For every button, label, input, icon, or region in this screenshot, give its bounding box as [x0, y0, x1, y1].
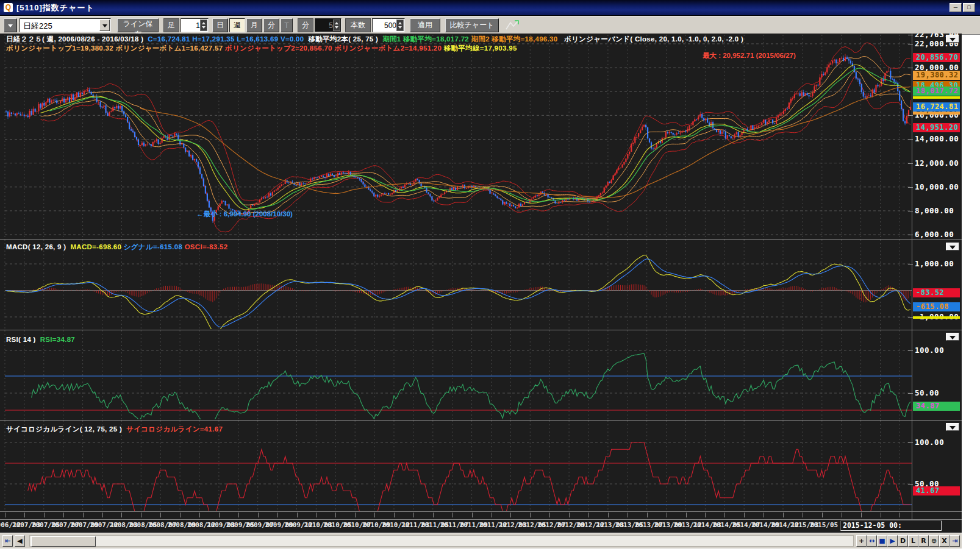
zoom-in-button[interactable]: +	[856, 535, 867, 547]
x-axis-tick	[803, 513, 803, 517]
count-field[interactable]	[373, 20, 398, 31]
x-axis-tick	[219, 513, 220, 517]
x-axis-tick	[374, 513, 375, 517]
close-chart-button[interactable]: X	[939, 535, 950, 547]
data-button[interactable]: D	[898, 535, 908, 547]
x-axis-tick	[900, 513, 900, 517]
scroll-left-button[interactable]: ◀	[15, 535, 25, 547]
magnifier-button[interactable]: ⊕	[929, 535, 939, 547]
x-axis-tick	[394, 513, 395, 517]
header-segment: シグナル=-615.08	[124, 243, 185, 250]
price-badge: -615.08	[913, 302, 960, 311]
chart-area: 日経２２５( 週, 2006/08/26 - 2016/03/18 ) C=16…	[0, 34, 962, 533]
minute-stepper[interactable]	[315, 18, 342, 32]
x-axis-tick	[102, 513, 103, 517]
x-axis-tick	[63, 513, 64, 517]
price-badge: 18,017.72	[913, 87, 960, 96]
x-axis-tick	[549, 513, 550, 517]
period-tick-button[interactable]: T	[281, 18, 293, 32]
bar-count-stepper[interactable]	[181, 18, 209, 32]
price-tick: 100.00	[915, 346, 944, 355]
x-axis-tick	[258, 513, 259, 517]
axis-tick-mark	[908, 68, 913, 68]
spinner-icon[interactable]	[333, 20, 340, 31]
maximize-button[interactable]: □	[963, 3, 975, 12]
minute-field[interactable]	[316, 20, 334, 31]
x-axis-tick	[492, 513, 492, 517]
scrollbar-thumb[interactable]	[31, 536, 96, 547]
apply-button[interactable]: 適用	[410, 18, 440, 32]
horizontal-scrollbar: ⇤◀+↔■▶DLR⊕X⇥	[0, 533, 962, 549]
period-day-button[interactable]: 日	[212, 18, 228, 32]
psy-panel-dropdown-button[interactable]	[946, 423, 959, 431]
minimize-button[interactable]: ─	[950, 3, 962, 12]
x-axis-tick	[744, 513, 745, 517]
rsi-header: RSI( 14 ) RSI=34.87	[6, 336, 75, 343]
period-week-button[interactable]: 週	[229, 18, 245, 32]
macd-panel-dropdown-button[interactable]	[946, 243, 959, 250]
bar-count-field[interactable]	[182, 20, 201, 31]
line-mode-button[interactable]: L	[908, 535, 918, 547]
rsi-panel-dropdown-button[interactable]	[946, 333, 959, 341]
compare-chart-button[interactable]: 比較チャート	[445, 18, 499, 32]
scrollbar-track[interactable]	[29, 535, 854, 547]
period-month-button[interactable]: 月	[246, 18, 262, 32]
max-annotation: 最大 : 20,952.71 (2015/06/27)	[703, 51, 796, 60]
header-segment: サイコロジカルライン( 12, 75, 25 )	[6, 425, 126, 433]
save-lines-button[interactable]: ライン保存	[117, 18, 159, 32]
x-axis-tick	[588, 513, 589, 517]
x-axis-tick	[861, 513, 862, 517]
header-segment: RSI( 14 )	[6, 336, 40, 343]
price-badge: 34.87	[913, 402, 960, 411]
fit-width-button[interactable]: ↔	[867, 535, 877, 547]
x-axis-tick	[472, 513, 473, 517]
header-segment: 期間1 移動平均=18,017.72	[382, 35, 471, 43]
price-tick: 1,000.00	[915, 260, 954, 268]
x-axis-tick	[180, 513, 181, 517]
scroll-home-button[interactable]: ⇤	[2, 535, 13, 547]
header-segment: 移動平均線=17,903.95	[444, 44, 517, 52]
main-panel-dropdown-button[interactable]	[946, 35, 959, 43]
spinner-icon[interactable]	[200, 20, 207, 31]
chart-canvas[interactable]	[0, 34, 962, 533]
price-axis-separator	[912, 34, 912, 520]
chevron-down-icon	[102, 24, 107, 27]
x-axis-tick	[83, 513, 84, 517]
x-axis-tick	[355, 513, 356, 517]
price-badge: 16,724.81	[913, 102, 960, 112]
axis-tick-mark	[908, 235, 913, 235]
header-segment: ボリンジャートップ1=19,380.32 ボリンジャーボトム1=16,427.5…	[6, 44, 225, 52]
combo-dropdown-icon[interactable]	[99, 20, 110, 31]
count-label: 本数	[345, 18, 371, 32]
title-bar: Q [5110]指数チャート ─ □	[0, 0, 980, 16]
stop-button[interactable]: ■	[877, 535, 887, 547]
price-tick: 14,000.00	[915, 135, 959, 143]
spinner-icon[interactable]	[396, 20, 404, 31]
x-axis-tick	[452, 513, 453, 517]
refresh-button[interactable]: R	[918, 535, 929, 547]
period-minute-button[interactable]: 分	[263, 18, 279, 32]
x-axis-tick	[316, 513, 317, 517]
x-axis-tick	[199, 513, 200, 517]
instrument-select[interactable]: 日経225	[20, 18, 111, 32]
play-button[interactable]: ▶	[887, 535, 898, 547]
x-axis-tick	[44, 513, 45, 517]
trendline-tool-icon[interactable]	[505, 19, 522, 32]
x-axis-tick	[881, 513, 881, 517]
header-segment: RSI=34.87	[40, 336, 75, 343]
scroll-end-button[interactable]: ⇥	[950, 535, 960, 547]
price-tick: 8,000.00	[915, 207, 954, 215]
header-segment: C=16,724.81 H=17,291.35 L=16,613.69 V=0.…	[148, 35, 304, 43]
chart-menu-dropdown-button[interactable]	[4, 18, 17, 32]
x-axis-label: 2015/05	[810, 521, 838, 529]
price-badge: 14,951.20	[913, 123, 960, 132]
x-axis-tick	[530, 513, 531, 517]
panel-divider	[0, 511, 962, 512]
axis-tick-mark	[908, 484, 913, 485]
header-segment: サイコロジカルライン=41.67	[126, 425, 223, 433]
count-stepper[interactable]	[372, 18, 405, 32]
panel-divider	[0, 330, 962, 330]
instrument-value: 日経225	[23, 21, 52, 32]
price-tick: 10,000.00	[915, 183, 959, 191]
window-title: [5110]指数チャート	[16, 2, 95, 13]
